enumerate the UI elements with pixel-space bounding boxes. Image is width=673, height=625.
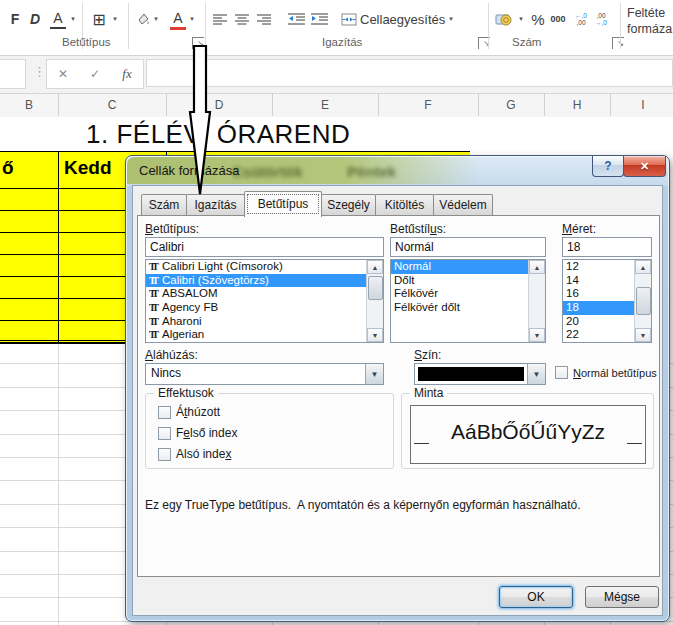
scrollbar[interactable]: ▲ ▼ <box>634 260 651 342</box>
truetype-icon: TT <box>149 315 162 329</box>
formula-bar-drag-handle[interactable]: ⋮ <box>33 64 46 79</box>
thousands-separator-icon[interactable]: 000 <box>548 8 568 30</box>
checkbox-icon[interactable] <box>158 406 171 419</box>
superscript-checkbox[interactable]: Felső index <box>158 426 237 440</box>
accounting-format-icon[interactable] <box>494 8 514 30</box>
size-item-label: 20 <box>566 315 579 329</box>
bold-icon[interactable]: F <box>6 8 24 30</box>
strikethrough-checkbox[interactable]: Áthúzott <box>158 405 220 419</box>
tab-kitoltes[interactable]: Kitöltés <box>375 194 434 216</box>
tab-szam[interactable]: Szám <box>141 194 187 216</box>
normal-font-checkbox[interactable]: Normál betűtípus <box>555 366 657 379</box>
tab-szegely[interactable]: Szegély <box>321 194 376 216</box>
percent-icon[interactable]: % <box>530 8 546 30</box>
column-header-e[interactable]: E <box>272 94 379 116</box>
decrease-indent-icon[interactable] <box>286 8 306 30</box>
column-header-f[interactable]: F <box>378 94 479 116</box>
column-header-g[interactable]: G <box>478 94 545 116</box>
scroll-up-icon[interactable]: ▲ <box>635 260 651 274</box>
merge-cells-label[interactable]: Cellaegyesítés <box>360 8 445 30</box>
fill-color-icon[interactable] <box>134 8 152 30</box>
color-combobox[interactable]: ▼ <box>414 363 546 385</box>
increase-decimal-bottom: ,00 <box>576 19 585 26</box>
size-item-label: 18 <box>566 301 579 315</box>
decrease-decimal-bottom: →,0 <box>595 19 607 26</box>
scroll-down-icon[interactable]: ▼ <box>367 328 383 342</box>
scroll-down-icon[interactable]: ▼ <box>529 328 545 342</box>
align-left-icon[interactable] <box>211 8 229 30</box>
column-header-i[interactable]: I <box>610 94 673 116</box>
format-cells-dialog: Csütörtök Péntek Cellák formázása ? ✕ Sz… <box>125 155 670 622</box>
increase-decimal-icon[interactable]: ←,0,00 <box>572 8 590 30</box>
list-item[interactable]: TTAharoni <box>146 315 383 329</box>
scrollbar[interactable]: ▲ ▼ <box>528 260 545 342</box>
sheet-title-cell[interactable]: 1. FÉLÉVI ÓRAREND <box>86 119 350 150</box>
combo-dropdown-icon[interactable]: ▼ <box>365 364 383 384</box>
checkbox-icon[interactable] <box>158 427 171 440</box>
name-box[interactable] <box>0 59 26 89</box>
subscript-checkbox[interactable]: Alsó index <box>158 447 231 461</box>
list-item[interactable]: Félkövér <box>391 287 545 301</box>
list-item[interactable]: TTCalibri Light (Címsorok) <box>146 260 383 274</box>
borders-icon[interactable]: ⊞ <box>90 8 108 30</box>
underline-combobox[interactable]: Nincs ▼ <box>145 363 384 385</box>
borders-dropdown-icon[interactable]: ▾ <box>110 8 120 30</box>
column-header-b[interactable]: B <box>0 94 59 116</box>
font-color-icon[interactable]: A <box>170 9 186 30</box>
checkbox-icon[interactable] <box>555 366 568 379</box>
help-button[interactable]: ? <box>592 156 624 177</box>
font-size-input[interactable]: 18 <box>562 237 652 257</box>
fill-color-dropdown-icon[interactable]: ▾ <box>151 8 161 30</box>
merge-dropdown-icon[interactable]: ▾ <box>446 8 456 30</box>
day-cell-b[interactable]: ő <box>2 157 14 179</box>
column-header-c[interactable]: C <box>58 94 167 116</box>
scroll-up-icon[interactable]: ▲ <box>529 260 545 274</box>
enter-icon[interactable]: ✓ <box>82 67 108 81</box>
formula-bar: ⋮ ✕ ✓ fx <box>0 56 673 94</box>
scroll-up-icon[interactable]: ▲ <box>367 260 383 274</box>
list-item[interactable]: Dőlt <box>391 274 545 288</box>
scrollbar-thumb[interactable] <box>368 276 383 300</box>
tab-vedelem[interactable]: Védelem <box>433 194 493 216</box>
tab-betutipus[interactable]: Betűtípus <box>244 191 322 217</box>
close-button[interactable]: ✕ <box>623 156 666 177</box>
italic-icon[interactable]: D <box>26 8 44 30</box>
underline-icon[interactable]: A <box>50 9 66 29</box>
underline-dropdown-icon[interactable]: ▾ <box>68 8 78 30</box>
effects-group: Effektusok Áthúzott Felső index Alsó ind… <box>145 393 394 469</box>
scrollbar-thumb[interactable] <box>636 287 651 315</box>
conditional-formatting-button[interactable]: Feltéte formáza <box>627 5 672 37</box>
insert-function-icon[interactable]: fx <box>114 66 140 82</box>
list-item[interactable]: Félkövér dőlt <box>391 301 545 315</box>
normal-font-label: Normál betűtípus <box>573 367 657 379</box>
font-size-list: 12 14 16 18 20 22 ▲ ▼ <box>562 259 652 343</box>
ok-button[interactable]: OK <box>499 586 573 608</box>
formula-input[interactable] <box>146 59 673 87</box>
list-item[interactable]: TTABSALOM <box>146 287 383 301</box>
scrollbar[interactable]: ▲ ▼ <box>366 260 383 342</box>
decrease-decimal-icon[interactable]: ,00→,0 <box>592 8 610 30</box>
font-item-label: Aharoni <box>162 315 202 329</box>
font-name-input[interactable]: Calibri <box>145 237 384 257</box>
day-cell-c[interactable]: Kedd <box>64 157 112 179</box>
column-header-h[interactable]: H <box>544 94 611 116</box>
column-header-d[interactable]: D <box>166 94 273 116</box>
number-dialog-launcher-icon[interactable]: ↘ <box>612 37 624 49</box>
scroll-down-icon[interactable]: ▼ <box>635 328 651 342</box>
font-color-dropdown-icon[interactable]: ▾ <box>187 8 197 30</box>
merge-cells-icon[interactable] <box>340 8 358 30</box>
combo-dropdown-icon[interactable]: ▼ <box>527 364 545 384</box>
align-center-icon[interactable] <box>233 8 251 30</box>
checkbox-icon[interactable] <box>158 448 171 461</box>
font-style-input[interactable]: Normál <box>390 237 546 257</box>
preview-sample-text: AáBbŐőŰűYyZz <box>411 420 645 444</box>
list-item[interactable]: TTAgency FB <box>146 301 383 315</box>
accounting-dropdown-icon[interactable]: ▾ <box>516 8 526 30</box>
list-item-selected[interactable]: Normál <box>391 260 545 274</box>
list-item-selected[interactable]: TTCalibri (Szövegtörzs) <box>146 274 383 288</box>
align-right-icon[interactable] <box>255 8 273 30</box>
cancel-button[interactable]: Mégse <box>585 586 659 608</box>
cancel-icon[interactable]: ✕ <box>50 67 76 81</box>
increase-indent-icon[interactable] <box>309 8 329 30</box>
list-item[interactable]: TTAlgerian <box>146 328 383 342</box>
